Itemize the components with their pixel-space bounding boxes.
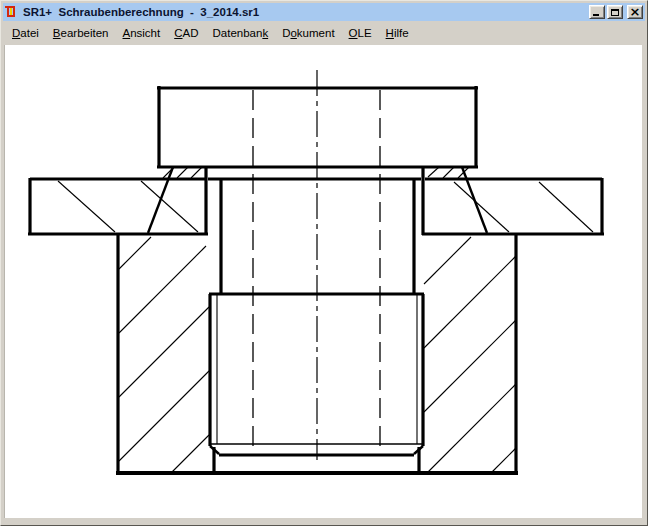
- menu-item-datenbank[interactable]: Datenbank: [206, 24, 276, 43]
- app-icon-part: [10, 8, 12, 15]
- drawing-canvas[interactable]: [4, 45, 642, 518]
- close-button[interactable]: ×: [627, 5, 643, 19]
- menu-item-datei[interactable]: Datei: [5, 24, 46, 43]
- minimize-icon: [593, 14, 599, 16]
- minimize-button[interactable]: [589, 5, 605, 19]
- window-title: SR1+ Schraubenberechnung - 3_2014.sr1: [23, 6, 585, 18]
- menu-item-hilfe[interactable]: Hilfe: [379, 24, 416, 43]
- menu-item-ole[interactable]: OLE: [342, 24, 379, 43]
- menu-item-dokument[interactable]: Dokument: [275, 24, 341, 43]
- window-controls: ×: [589, 5, 643, 19]
- menubar: DateiBearbeitenAnsichtCADDatenbankDokume…: [3, 22, 645, 45]
- menu-item-ansicht[interactable]: Ansicht: [116, 24, 168, 43]
- sr1-app-icon: [5, 5, 19, 19]
- menu-item-bearbeiten[interactable]: Bearbeiten: [46, 24, 116, 43]
- menu-item-cad[interactable]: CAD: [167, 24, 205, 43]
- app-window: SR1+ Schraubenberechnung - 3_2014.sr1 × …: [0, 0, 648, 526]
- close-icon: ×: [630, 6, 641, 17]
- maximize-button[interactable]: [607, 5, 623, 19]
- maximize-icon: [611, 9, 619, 16]
- titlebar[interactable]: SR1+ Schraubenberechnung - 3_2014.sr1 ×: [3, 3, 645, 21]
